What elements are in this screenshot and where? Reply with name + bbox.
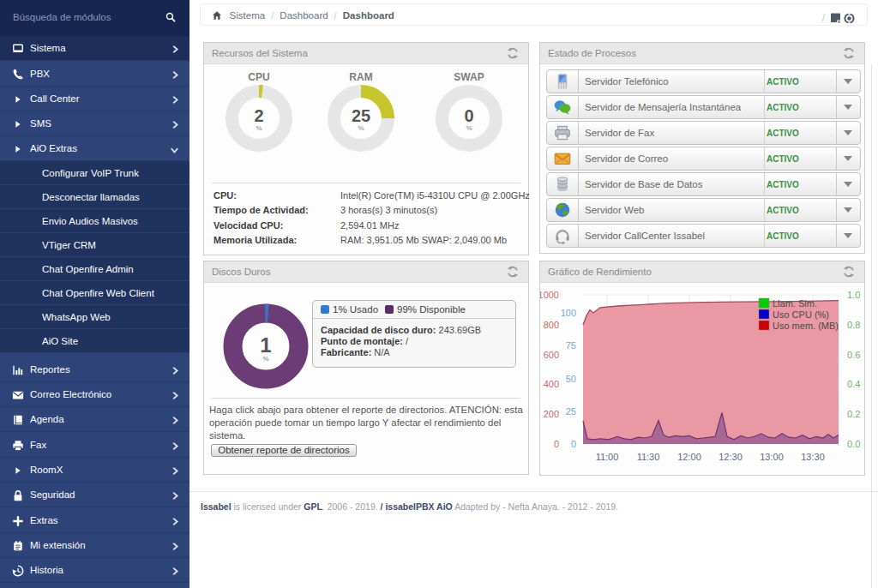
svg-text:75: 75 [566,340,576,351]
svg-text:11:00: 11:00 [596,452,619,462]
svg-text:11:30: 11:30 [637,452,660,462]
svg-text:800: 800 [544,320,559,330]
svg-text:600: 600 [544,350,559,360]
svg-text:Llam. Sim.: Llam. Sim. [773,298,817,309]
svg-text:0.2: 0.2 [847,409,860,419]
svg-text:0: 0 [554,439,559,449]
svg-text:0.8: 0.8 [847,320,860,330]
svg-text:Uso mem. (MB): Uso mem. (MB) [773,321,839,331]
svg-text:12:30: 12:30 [719,452,743,462]
svg-text:1.0: 1.0 [847,290,860,300]
svg-text:0: 0 [571,439,576,449]
svg-text:0.4: 0.4 [847,379,860,389]
svg-text:0.0: 0.0 [847,439,860,449]
svg-text:50: 50 [566,374,576,384]
svg-text:0.6: 0.6 [847,350,860,360]
svg-text:13:00: 13:00 [760,452,784,462]
svg-text:100: 100 [561,308,576,318]
svg-text:13:30: 13:30 [801,452,825,462]
svg-text:25: 25 [566,406,576,417]
svg-text:200: 200 [544,409,559,419]
svg-text:12:00: 12:00 [677,452,701,462]
svg-text:400: 400 [544,379,559,389]
svg-text:Uso CPU (%): Uso CPU (%) [773,309,829,320]
svg-text:1000: 1000 [540,290,559,300]
